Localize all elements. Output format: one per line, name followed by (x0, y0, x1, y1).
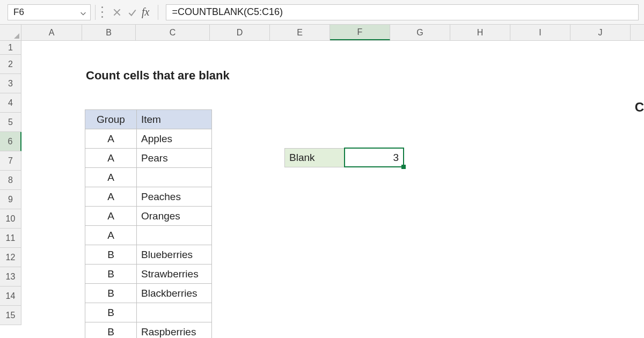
cutoff-text: C (635, 100, 644, 115)
row-header-4[interactable]: 4 (0, 93, 21, 113)
column-header-F[interactable]: F (330, 25, 390, 40)
table-row: BBlueberries (85, 245, 212, 264)
column-header-A[interactable]: A (21, 25, 82, 40)
cell-item[interactable]: Raspberries (137, 322, 212, 339)
check-icon[interactable] (125, 5, 140, 20)
formula-text: =COUNTBLANK(C5:C16) (172, 6, 283, 18)
cell-item[interactable] (137, 303, 212, 322)
cell-item[interactable]: Peaches (137, 187, 212, 207)
row-header-9[interactable]: 9 (0, 190, 21, 209)
cancel-icon[interactable] (109, 5, 125, 20)
table-row: B (85, 303, 212, 322)
select-all-corner[interactable] (0, 25, 21, 40)
table-row: A (85, 226, 212, 245)
header-group[interactable]: Group (85, 110, 137, 129)
name-box-text: F6 (13, 7, 24, 18)
row-header-15[interactable]: 15 (0, 306, 21, 325)
column-header-H[interactable]: H (450, 25, 510, 40)
row-header-12[interactable]: 12 (0, 248, 21, 267)
column-header-D[interactable]: D (210, 25, 270, 40)
row-header-10[interactable]: 10 (0, 209, 21, 229)
divider (95, 5, 96, 20)
result-value-cell[interactable]: 3 (344, 148, 404, 167)
table-row: APears (85, 149, 212, 168)
row-header-3[interactable]: 3 (0, 74, 21, 93)
row-header-5[interactable]: 5 (0, 113, 21, 132)
row-header-14[interactable]: 14 (0, 286, 21, 306)
cell-item[interactable]: Oranges (137, 207, 212, 226)
cell-group[interactable]: A (85, 187, 137, 207)
cell-group[interactable]: A (85, 226, 137, 245)
cell-item[interactable]: Strawberries (137, 264, 212, 284)
cell-item[interactable] (137, 168, 212, 187)
result-label-cell[interactable]: Blank (284, 148, 345, 167)
column-header-G[interactable]: G (390, 25, 450, 40)
data-table: Group Item AApplesAPearsAAPeachesAOrange… (85, 109, 212, 338)
fx-icon[interactable]: fx (142, 6, 149, 18)
cell-group[interactable]: B (85, 284, 137, 303)
table-row: APeaches (85, 187, 212, 207)
table-row: AApples (85, 129, 212, 149)
chevron-down-icon[interactable] (79, 9, 87, 16)
cell-group[interactable]: B (85, 322, 137, 339)
spreadsheet-grid: ABCDEFGHIJ 123456789101112131415 Count c… (0, 25, 644, 325)
row-headers: 123456789101112131415 (0, 41, 21, 325)
column-header-I[interactable]: I (510, 25, 570, 40)
cell-item[interactable] (137, 226, 212, 245)
row-header-7[interactable]: 7 (0, 151, 21, 171)
table-row: BRaspberries (85, 322, 212, 339)
sheet-title: Count cells that are blank (86, 69, 230, 83)
cell-item[interactable]: Apples (137, 129, 212, 149)
row-header-1[interactable]: 1 (0, 41, 21, 55)
row-header-2[interactable]: 2 (0, 55, 21, 74)
row-header-6[interactable]: 6 (0, 132, 21, 151)
cells-area[interactable]: Count cells that are blank Group Item AA… (21, 41, 644, 325)
cell-group[interactable]: B (85, 264, 137, 284)
row-header-8[interactable]: 8 (0, 171, 21, 190)
formula-input[interactable]: =COUNTBLANK(C5:C16) (166, 4, 639, 20)
formula-bar: F6 fx =COUNTBLANK(C5:C16) (0, 0, 644, 25)
fill-handle[interactable] (401, 165, 406, 169)
drag-handle-icon[interactable] (100, 5, 104, 19)
row-header-11[interactable]: 11 (0, 229, 21, 248)
column-header-E[interactable]: E (270, 25, 330, 40)
column-header-J[interactable]: J (570, 25, 631, 40)
row-header-13[interactable]: 13 (0, 267, 21, 286)
cell-item[interactable]: Blackberries (137, 284, 212, 303)
cell-item[interactable]: Blueberries (137, 245, 212, 264)
table-row: AOranges (85, 207, 212, 226)
table-row: A (85, 168, 212, 187)
name-box[interactable]: F6 (8, 4, 91, 20)
cell-group[interactable]: B (85, 303, 137, 322)
column-header-C[interactable]: C (136, 25, 210, 40)
cell-group[interactable]: A (85, 168, 137, 187)
table-row: BBlackberries (85, 284, 212, 303)
cell-group[interactable]: A (85, 129, 137, 149)
header-item[interactable]: Item (137, 110, 212, 129)
cell-group[interactable]: B (85, 245, 137, 264)
column-header-B[interactable]: B (82, 25, 136, 40)
column-headers: ABCDEFGHIJ (0, 25, 644, 41)
cell-group[interactable]: A (85, 207, 137, 226)
cell-group[interactable]: A (85, 149, 137, 168)
divider (158, 5, 158, 20)
cell-item[interactable]: Pears (137, 149, 212, 168)
table-row: BStrawberries (85, 264, 212, 284)
